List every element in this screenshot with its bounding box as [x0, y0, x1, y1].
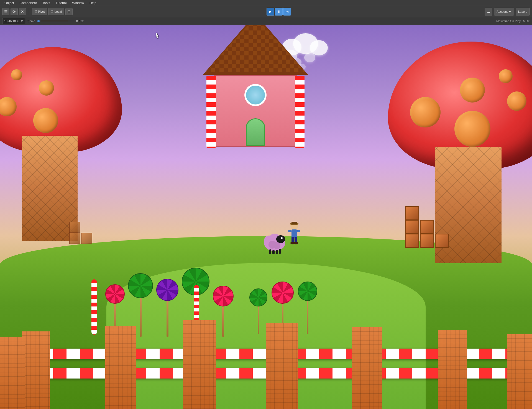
- mute-button[interactable]: Mute: [523, 19, 530, 23]
- scale-slider-handle[interactable]: [37, 20, 40, 22]
- pivot-group: ☑ Pivot ☑ Local ⊞: [32, 8, 73, 15]
- mushroom-right-spot-2: [454, 111, 490, 147]
- mushroom-left-spot-1: [0, 97, 17, 116]
- svg-rect-7: [291, 222, 297, 224]
- mushroom-right-spot-5: [499, 69, 513, 83]
- pivot-checkbox-icon: ☑: [34, 10, 37, 13]
- menu-help[interactable]: Help: [87, 1, 99, 6]
- lollipop-r-1: [249, 288, 267, 334]
- account-button[interactable]: Account ▼: [494, 8, 514, 16]
- house-roof-svg: [203, 25, 308, 78]
- menu-window[interactable]: Window: [70, 1, 86, 6]
- cursor: [156, 33, 160, 38]
- pause-button[interactable]: ⏸: [275, 8, 283, 16]
- lollipop-r-3: [298, 282, 317, 334]
- mushroom-left-spot-4: [11, 69, 22, 80]
- lollipop-3: [156, 279, 178, 337]
- transform-tools: ☰ ⟳ ✕: [2, 8, 26, 15]
- mushroom-right-spot-3: [460, 78, 485, 103]
- scale-slider-container: [37, 20, 74, 22]
- lollipop-2: [128, 273, 153, 337]
- block-stairs-left: [69, 222, 92, 244]
- svg-rect-9: [288, 230, 291, 232]
- menu-object[interactable]: Object: [2, 1, 16, 6]
- svg-point-21: [276, 235, 285, 243]
- block-stairs-right: [405, 206, 449, 248]
- cloud-button[interactable]: ☁: [485, 8, 492, 16]
- scale-value: 0.82x: [76, 19, 84, 23]
- step-button[interactable]: ⏭: [283, 8, 291, 16]
- lollipop-5-head: [213, 286, 234, 306]
- mushroom-right-spot-1: [410, 97, 441, 127]
- mushroom-left-spot-3: [39, 80, 54, 96]
- local-button[interactable]: ☑ Local: [48, 8, 64, 15]
- grid-button[interactable]: ⊞: [65, 8, 73, 15]
- candy-cane-2: [194, 285, 199, 335]
- main-toolbar: ☰ ⟳ ✕ ☑ Pivot ☑ Local ⊞ ▶ ⏸ ⏭ ☁ Account …: [0, 6, 532, 17]
- lollipop-1-head: [105, 284, 125, 304]
- play-controls: ▶ ⏸ ⏭: [267, 8, 291, 16]
- menu-tutorial[interactable]: Tutorial: [53, 1, 69, 6]
- mushroom-left: [0, 47, 122, 241]
- svg-point-20: [273, 242, 280, 249]
- svg-rect-8: [291, 229, 297, 238]
- scale-label: Scale: [27, 19, 35, 23]
- lollipop-2-stick: [140, 298, 142, 337]
- lollipop-cluster-center: [105, 268, 234, 337]
- house-door: [246, 118, 265, 146]
- candy-stripe-right: [295, 76, 305, 148]
- candy-stripe-left: [206, 76, 216, 148]
- svg-point-14: [294, 242, 298, 244]
- play-button[interactable]: ▶: [267, 8, 274, 16]
- menu-tools[interactable]: Tools: [40, 1, 52, 6]
- candy-house: [203, 75, 308, 147]
- svg-point-22: [281, 237, 283, 239]
- lollipop-2-head: [128, 273, 153, 298]
- sub-toolbar: 1920x1080 ▼ Scale 0.82x Maximize On Play…: [0, 17, 532, 25]
- svg-rect-23: [269, 249, 271, 254]
- rotate-tool-button[interactable]: ⟳: [11, 8, 18, 15]
- svg-rect-25: [276, 250, 278, 254]
- lollipop-3-head: [156, 279, 178, 301]
- hand-tool-button[interactable]: ☰: [2, 8, 9, 15]
- layers-button[interactable]: Layers: [516, 8, 530, 16]
- mushroom-left-spot-2: [33, 108, 58, 133]
- lollipop-cluster-right: [249, 282, 317, 334]
- scale-slider-fill: [41, 21, 68, 21]
- pivot-button[interactable]: ☑ Pivot: [32, 8, 47, 15]
- account-dropdown-icon: ▼: [508, 10, 511, 13]
- game-viewport[interactable]: [0, 25, 532, 409]
- local-checkbox-icon: ☑: [51, 10, 53, 13]
- sheep-svg: [261, 232, 288, 254]
- lollipop-5-stick: [222, 306, 224, 337]
- lollipop-5: [213, 286, 234, 337]
- lollipop-3-stick: [167, 301, 168, 337]
- lollipop-r-2: [272, 282, 294, 334]
- sheep: [261, 232, 288, 255]
- separator-1: [29, 8, 29, 15]
- scale-tool-button[interactable]: ✕: [19, 8, 26, 15]
- menu-component[interactable]: Component: [17, 1, 39, 6]
- scale-slider-track[interactable]: [41, 21, 74, 21]
- svg-rect-26: [279, 249, 281, 254]
- lollipop-1-stick: [114, 304, 116, 337]
- house-window: [244, 84, 267, 106]
- svg-rect-10: [297, 230, 300, 232]
- svg-rect-24: [272, 250, 275, 254]
- svg-marker-4: [206, 25, 305, 72]
- menu-bar: Object Component Tools Tutorial Window H…: [0, 0, 532, 6]
- resolution-dropdown-icon: ▼: [20, 19, 23, 23]
- character: [287, 222, 301, 248]
- character-svg: [287, 222, 301, 247]
- candy-cane-1: [91, 279, 97, 335]
- resolution-selector[interactable]: 1920x1080 ▼: [2, 18, 25, 24]
- house-body: [214, 75, 297, 147]
- lollipop-1: [105, 284, 125, 337]
- maximize-on-play-button[interactable]: Maximize On Play: [496, 19, 521, 23]
- mushroom-right-spot-4: [507, 91, 526, 111]
- right-toolbar: ☁ Account ▼ Layers: [485, 8, 530, 16]
- right-sub-toolbar: Maximize On Play Mute: [496, 19, 530, 23]
